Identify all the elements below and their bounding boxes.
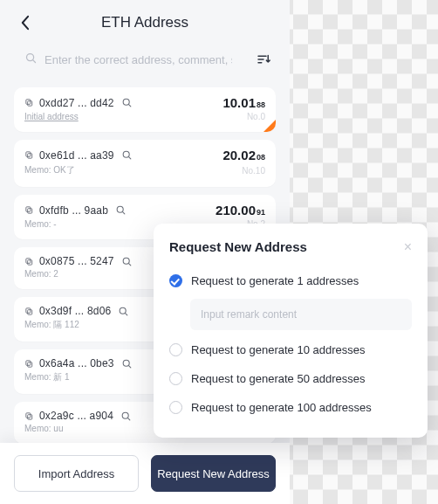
- copy-icon[interactable]: [24, 257, 34, 266]
- generate-option[interactable]: Request to generate 100 addresses: [169, 393, 412, 422]
- remark-input[interactable]: [201, 308, 401, 321]
- magnify-icon[interactable]: [120, 97, 133, 108]
- magnify-icon[interactable]: [113, 204, 127, 216]
- address-short: 0x2a9c ... a904: [39, 410, 113, 422]
- svg-rect-2: [26, 100, 31, 105]
- magnify-icon[interactable]: [116, 306, 129, 317]
- svg-rect-20: [26, 412, 31, 418]
- address-index: No.10: [242, 166, 265, 176]
- remark-field-wrap[interactable]: [190, 299, 412, 330]
- memo-label: Memo: uu: [24, 424, 63, 433]
- svg-rect-14: [26, 307, 31, 313]
- highlight-corner-icon: [263, 119, 276, 132]
- memo-label: Memo: 隔 112: [24, 319, 79, 331]
- magnify-icon[interactable]: [119, 411, 132, 422]
- copy-icon[interactable]: [24, 359, 34, 369]
- copy-icon[interactable]: [24, 205, 34, 215]
- generate-option[interactable]: Request to generate 10 addresses: [169, 335, 412, 364]
- close-icon[interactable]: ×: [404, 240, 412, 254]
- radio-icon[interactable]: [169, 401, 182, 414]
- search-input[interactable]: [44, 53, 232, 66]
- copy-icon[interactable]: [24, 411, 34, 421]
- svg-rect-7: [28, 209, 32, 214]
- svg-point-18: [123, 360, 129, 366]
- svg-rect-4: [28, 154, 32, 159]
- search-field-wrap[interactable]: [14, 42, 243, 77]
- memo-label: Memo: 2: [24, 269, 58, 279]
- search-icon: [24, 52, 38, 68]
- modal-title: Request New Address: [169, 239, 307, 254]
- radio-icon[interactable]: [169, 372, 182, 385]
- memo-label: Memo: OK了: [24, 164, 75, 176]
- radio-icon[interactable]: [169, 343, 182, 356]
- svg-rect-5: [26, 152, 31, 157]
- svg-point-12: [123, 258, 129, 264]
- copy-icon[interactable]: [24, 150, 34, 160]
- svg-rect-16: [28, 362, 32, 367]
- svg-point-15: [120, 307, 127, 314]
- copy-icon[interactable]: [24, 98, 34, 107]
- svg-point-3: [123, 99, 129, 105]
- copy-icon[interactable]: [24, 307, 34, 316]
- balance: 210.0091: [216, 203, 265, 217]
- address-short: 0xdd27 ... dd42: [39, 97, 114, 109]
- address-row[interactable]: 0xdd27 ... dd4210.0188Initial addressNo.…: [14, 87, 276, 132]
- svg-rect-19: [28, 414, 32, 419]
- generate-option[interactable]: Request to generate 50 addresses: [169, 364, 412, 393]
- balance: 10.0188: [222, 95, 265, 110]
- memo-label: Memo: -: [24, 219, 57, 229]
- address-row[interactable]: 0xe61d ... aa3920.0208Memo: OK了No.10: [14, 140, 276, 187]
- option-label: Request to generate 50 addresses: [191, 372, 365, 385]
- request-address-modal: Request New Address × Request to generat…: [154, 224, 428, 438]
- import-address-button[interactable]: Import Address: [14, 455, 139, 492]
- address-short: 0x0875 ... 5247: [39, 255, 114, 267]
- generate-option[interactable]: Request to generate 1 addresses: [169, 266, 412, 295]
- address-short: 0x3d9f ... 8d06: [39, 305, 111, 317]
- radio-icon[interactable]: [169, 274, 182, 287]
- magnify-icon[interactable]: [120, 358, 133, 369]
- address-short: 0xe61d ... aa39: [39, 149, 114, 162]
- svg-rect-17: [26, 360, 31, 365]
- svg-rect-8: [26, 207, 31, 212]
- svg-point-9: [117, 206, 123, 212]
- balance: 20.0208: [222, 148, 265, 162]
- svg-rect-11: [26, 258, 31, 263]
- magnify-icon[interactable]: [120, 256, 133, 267]
- option-label: Request to generate 10 addresses: [191, 343, 365, 356]
- address-short: 0xfdfb ... 9aab: [39, 204, 108, 217]
- svg-point-21: [122, 412, 128, 418]
- svg-point-0: [27, 53, 34, 60]
- magnify-icon[interactable]: [120, 149, 133, 161]
- svg-point-6: [123, 151, 129, 157]
- svg-rect-13: [28, 309, 32, 314]
- svg-rect-10: [28, 259, 32, 265]
- sort-button[interactable]: [251, 47, 276, 72]
- svg-rect-1: [28, 101, 32, 107]
- memo-label: Initial address: [24, 112, 79, 121]
- memo-label: Memo: 新 1: [24, 371, 70, 383]
- request-new-address-button[interactable]: Request New Address: [151, 455, 276, 492]
- page-title: ETH Address: [14, 14, 276, 31]
- option-label: Request to generate 1 addresses: [191, 274, 359, 287]
- address-short: 0x6a4a ... 0be3: [39, 357, 114, 369]
- option-label: Request to generate 100 addresses: [191, 401, 372, 414]
